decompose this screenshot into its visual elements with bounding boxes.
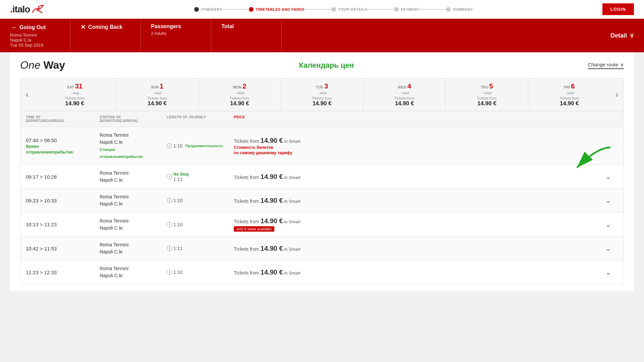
table-header: TIME OFDEPARTURE/ARRIVAL STATION OFDEPAR… <box>20 111 624 127</box>
date-col-1[interactable]: SUN 1 - sept Tickets from 14.90 € <box>116 78 199 111</box>
total-label: Total <box>221 23 271 29</box>
step-label-payment: PAYMENT <box>401 7 419 11</box>
table-row: 07:40 > 08:50Времяотправления/прибытия R… <box>20 127 624 165</box>
going-out-label: → Going Out <box>10 23 60 31</box>
tariff-label: in Smart <box>284 175 300 180</box>
train-time: 10:42 > 11:53 <box>26 246 100 251</box>
table-row: 11:23 > 12:33 Roma TerminiNapoli C.le i … <box>20 260 624 284</box>
train-table: TIME OFDEPARTURE/ARRIVAL STATION OFDEPAR… <box>20 111 624 284</box>
step-line-4 <box>419 9 446 10</box>
col-station-header: STATION OFDEPARTURE/ARRIVAL <box>100 114 167 124</box>
logo-bird-icon <box>31 5 45 14</box>
prev-date-button[interactable]: ‹ <box>20 78 34 111</box>
detail-label: Detail <box>610 32 627 39</box>
going-out-section: → Going Out Roma TerminiNapoli C.le Tue … <box>10 19 70 52</box>
detail-section[interactable]: Detail ∨ <box>610 19 634 52</box>
date-col-3[interactable]: TUE 3 - sept Tickets from 14.90 € <box>281 78 364 111</box>
date-col-5[interactable]: THU 5 - sept Tickets from 14.90 € <box>446 78 528 111</box>
col-time-header: TIME OFDEPARTURE/ARRIVAL <box>26 114 100 124</box>
date-col-4[interactable]: WED 4 - sept Tickets from 14.90 € <box>363 78 446 111</box>
train-station: Roma TerminiNapoli C.le <box>100 241 167 255</box>
expand-row-button[interactable]: ⌄ <box>598 173 618 181</box>
step-line-3 <box>367 9 394 10</box>
expand-row-button[interactable]: ⌄ <box>598 268 618 276</box>
one-way-title: One Way <box>20 59 65 71</box>
logo: .italo <box>10 4 45 15</box>
expand-row-button[interactable]: ⌄ <box>598 221 618 229</box>
step-itinerary[interactable]: ITINERARY <box>194 7 222 12</box>
train-time: 07:40 > 08:50Времяотправления/прибытия <box>26 137 100 155</box>
train-station: Roma TerminiNapoli C.le <box>100 170 167 184</box>
step-line-2 <box>305 9 331 10</box>
price-amount: 14.90 € <box>261 245 283 252</box>
duration-text: 1:10 <box>173 269 182 275</box>
info-icon: i <box>167 246 172 251</box>
date-columns: SAT 31 - aug Tickets from 14.90 € SUN 1 … <box>34 78 610 111</box>
next-date-button[interactable]: › <box>610 78 624 111</box>
detail-chevron-icon: ∨ <box>630 32 634 39</box>
step-dot-your-details <box>331 7 336 12</box>
passengers-label: Passengers <box>151 23 201 29</box>
price-amount: 14.90 € <box>261 197 283 204</box>
table-row: 09:17 > 10:28 Roma TerminiNapoli C.le i … <box>20 165 624 189</box>
step-label-summary: SUMMARY <box>453 7 473 11</box>
info-icon: i <box>167 174 172 179</box>
main-content: One Way Календарь цен Change route ∨ ‹ S… <box>10 52 634 291</box>
train-duration: i No Stop1:11 <box>167 171 234 182</box>
col-action-header <box>598 114 618 124</box>
price-amount: 14.90 € <box>261 137 283 144</box>
train-duration: i 1:10 <box>167 198 234 203</box>
duration-text: 1:10 <box>173 143 182 148</box>
train-time: 11:23 > 12:33 <box>26 269 100 275</box>
tariff-label: in Smart <box>284 270 300 276</box>
train-duration: i 1:11 <box>167 246 234 251</box>
going-out-date: Tue 03 Sep 2019 <box>10 43 60 48</box>
step-your-details[interactable]: YOUR DETAILS <box>331 7 367 12</box>
calendar-title: Календарь цен <box>65 61 588 70</box>
table-row: 10:42 > 11:53 Roma TerminiNapoli C.le i … <box>20 237 624 260</box>
date-col-2[interactable]: MON 2 - sept Tickets from 14.90 € <box>199 78 281 111</box>
date-nav: ‹ SAT 31 - aug Tickets from 14.90 € SUN … <box>20 78 624 111</box>
info-icon: i <box>167 222 172 227</box>
expand-row-button[interactable]: ⌄ <box>598 196 618 204</box>
no-stop-badge: No Stop <box>173 172 189 177</box>
duration-text: 1:11 <box>173 246 182 251</box>
train-duration: i 1:10 <box>167 269 234 275</box>
step-payment[interactable]: PAYMENT <box>394 7 419 12</box>
table-row: 10:13 > 11:23 Roma TerminiNapoli C.le i … <box>20 213 624 237</box>
section-header: One Way Календарь цен Change route ∨ <box>20 59 624 71</box>
tariff-label: in Smart <box>284 199 300 204</box>
train-time: 09:17 > 10:28 <box>26 174 100 180</box>
train-duration: i 1:10 Продолжительность <box>167 143 234 148</box>
annotation-time: Времяотправления/прибытия <box>26 144 73 155</box>
passengers-count: 2 Adults <box>151 31 201 36</box>
expand-row-button[interactable]: ⌄ <box>598 142 618 150</box>
train-station: Roma TerminiNapoli C.le <box>100 218 167 232</box>
summary-bar: → Going Out Roma TerminiNapoli C.le Tue … <box>0 19 644 52</box>
duration-text: 1:10 <box>173 198 182 203</box>
date-col-6[interactable]: FRI 6 - sept Tickets from 14.90 € <box>528 78 610 111</box>
price-amount: 14.90 € <box>261 173 283 180</box>
step-timetables[interactable]: TIMETABLES AND FARES <box>249 7 305 12</box>
annotation-price: Стоимость билетовпо самому дешевому тари… <box>234 145 292 155</box>
price-amount: 14.90 € <box>261 268 283 276</box>
step-label-timetables: TIMETABLES AND FARES <box>256 7 305 11</box>
duration-text: No Stop1:11 <box>173 171 189 182</box>
duration-text: 1:10 <box>173 222 182 227</box>
step-label-itinerary: ITINERARY <box>201 7 222 11</box>
price-amount: 14.90 € <box>261 217 283 225</box>
top-nav: .italo ITINERARY TIMETABLES AND FARES YO… <box>0 0 644 19</box>
change-route-chevron-icon: ∨ <box>620 62 624 68</box>
date-col-0[interactable]: SAT 31 - aug Tickets from 14.90 € <box>34 78 116 111</box>
train-price: Tickets from 14.90 € in Smart <box>234 268 598 276</box>
coming-back-section: ✕ Coming Back <box>80 19 141 52</box>
tariff-label: in Smart <box>284 219 300 224</box>
step-dot-summary <box>446 7 451 12</box>
step-summary[interactable]: SUMMARY <box>446 7 473 12</box>
info-icon: i <box>167 143 172 148</box>
change-route-button[interactable]: Change route ∨ <box>588 62 624 69</box>
expand-row-button[interactable]: ⌄ <box>598 244 618 252</box>
login-button[interactable]: LOGIN <box>602 3 634 15</box>
step-line-1 <box>222 9 249 10</box>
annotation-station: Станцииотправления/прибытия <box>100 147 143 159</box>
